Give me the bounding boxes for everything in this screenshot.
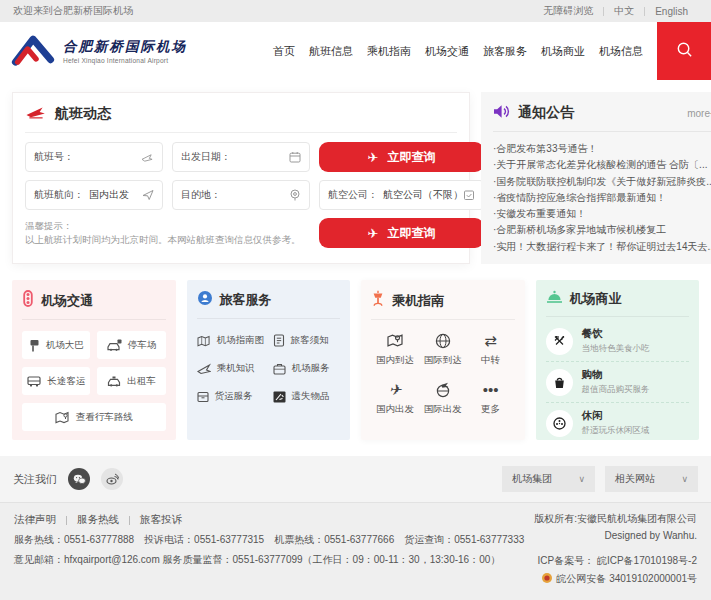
flight-direction-field[interactable]: 航班航向： 国内出发 [25,180,163,210]
domestic-departure-item[interactable]: ✈ 国内出发 [371,382,419,416]
driving-route-button[interactable]: 查看行车路线 [22,403,166,431]
shuffle-icon: ⇄ [484,333,497,349]
wechat-icon[interactable] [68,468,90,490]
shopping-item[interactable]: 购物 超值商品购买服务 [546,361,690,402]
designed-by: Designed by Wanhu. [534,530,697,541]
plane-takeoff-icon: ✈ [389,382,402,398]
legal-notice-link[interactable]: 法律声明 [14,513,56,527]
query-button-top[interactable]: ✈ 立即查询 [319,142,484,172]
airline-value: 航空公司（不限） [383,188,463,202]
weibo-icon[interactable] [101,468,123,490]
send-plane-icon [142,189,154,201]
leisure-item[interactable]: 休闲 舒适玩乐休闲区域 [546,402,690,443]
notice-item[interactable]: ·省疫情防控应急综合指挥部最新通知！ [493,190,711,206]
flight-number-field[interactable]: 航班号： [25,142,163,172]
chevron-down-icon: ∨ [681,474,688,484]
taxi-icon [107,376,121,387]
guide-map-icon [197,335,211,347]
cargo-service-item[interactable]: 货运服务 [197,390,271,403]
notice-panel: 通知公告 more+ ·合肥发布第33号通告！ ·关于开展常态化差异化核酸检测的… [481,92,711,264]
nav-item-transport[interactable]: 机场交通 [425,44,469,59]
parking-car-icon [107,339,122,351]
lost-items-item[interactable]: 遗失物品 [273,390,340,403]
nav-item-business[interactable]: 机场商业 [541,44,585,59]
briefcase-icon [273,363,286,375]
panel-title: 通知公告 [518,104,574,122]
international-departure-item[interactable]: 国际出发 [419,382,467,416]
query-button-bottom[interactable]: ✈ 立即查询 [319,218,484,248]
divider [129,516,130,525]
notice-item[interactable]: ·合肥发布第33号通告！ [493,141,711,157]
card-title: 乘机指南 [392,292,444,310]
cargo-box-icon [197,391,209,403]
parking-button[interactable]: 停车场 [97,331,165,359]
airport-service-item[interactable]: 机场服务 [273,362,340,375]
airport-group-dropdown[interactable]: 机场集团 ∨ [502,466,595,492]
icp-number: ICP备案号： 皖ICP备17010198号-2 [534,554,697,568]
shopping-bag-icon [546,369,573,396]
transfer-item[interactable]: ⇄ 中转 [467,333,515,367]
passenger-notice-item[interactable]: 旅客须知 [273,334,340,347]
card-airport-transport: 机场交通 机场大巴 停车场 长途客运 出租车 [12,280,176,440]
airline-select-field[interactable]: 航空公司： 航空公司（不限） [319,180,484,210]
notice-list: ·合肥发布第33号通告！ ·关于开展常态化差异化核酸检测的通告 合防〔... ·… [493,141,711,255]
logo-subtitle: Hefei Xinqiao International Airport [63,57,187,64]
accessibility-link[interactable]: 无障碍浏览 [533,4,603,18]
plane-icon: ✈ [368,150,379,165]
nav-item-airport-info[interactable]: 机场信息 [599,44,643,59]
nav-item-flight-info[interactable]: 航班信息 [309,44,353,59]
nav-item-home[interactable]: 首页 [273,44,295,59]
lang-en-link[interactable]: English [645,6,698,17]
notice-item[interactable]: ·关于开展常态化差异化核酸检测的通告 合防〔... [493,157,711,173]
more-dots-icon: ••• [483,382,499,398]
long-distance-bus-button[interactable]: 长途客运 [22,367,90,395]
flight-dynamics-panel: 航班动态 航班号： 出发日期： ✈ 立即查询 [12,92,470,264]
departure-date-field[interactable]: 出发日期： [172,142,310,172]
cloche-icon [546,290,563,308]
notice-item[interactable]: ·安徽发布重要通知！ [493,206,711,222]
lang-zh-link[interactable]: 中文 [604,4,644,18]
logo-title: 合肥新桥国际机场 [63,38,187,56]
card-title: 机场交通 [41,292,93,310]
taxi-button[interactable]: 出租车 [97,367,165,395]
airport-bus-button[interactable]: 机场大巴 [22,331,90,359]
bus-stop-icon [29,339,40,352]
bus-icon [27,376,41,387]
main-content: 航班动态 航班号： 出发日期： ✈ 立即查询 [0,80,711,440]
chevron-down-icon: ∨ [578,474,585,484]
nav-item-passenger-service[interactable]: 旅客服务 [483,44,527,59]
divider [25,132,457,133]
search-button[interactable] [657,22,711,80]
dining-item[interactable]: 餐饮 当地特色美食小吃 [546,321,690,361]
airport-logo[interactable]: 合肥新桥国际机场 Hefei Xinqiao International Air… [10,32,187,70]
service-hotline-link[interactable]: 服务热线 [77,513,119,527]
passenger-complaint-link[interactable]: 旅客投诉 [140,513,182,527]
airport-guide-map-item[interactable]: 机场指南图 [197,334,271,347]
more-item[interactable]: ••• 更多 [467,382,515,416]
nav-item-boarding-guide[interactable]: 乘机指南 [367,44,411,59]
route-map-icon [55,411,70,424]
copyright-text: 版权所有:安徽民航机场集团有限公司 [534,512,697,526]
destination-field[interactable]: 目的地： [172,180,310,210]
notice-item[interactable]: ·国务院联防联控机制印发《关于做好新冠肺炎疫... [493,174,711,190]
search-icon [675,40,694,63]
flight-knowledge-item[interactable]: 乘机知识 [197,362,271,375]
calendar-icon [289,151,301,163]
card-title: 旅客服务 [220,291,272,309]
lost-items-icon [273,391,286,403]
tip-text: 温馨提示： 以上航班计划时间均为北京时间。本网站航班查询信息仅供参考。 [25,218,310,248]
domestic-arrival-item[interactable]: 国内到达 [371,333,419,367]
divider [66,516,67,525]
notice-item[interactable]: ·实用！大数据行程卡来了！帮你证明过去14天去... [493,239,711,255]
plane-icon [197,363,211,375]
card-passenger-service: 旅客服务 机场指南图 旅客须知 乘机知识 机场服务 [187,280,351,440]
airline-select-icon [463,189,475,201]
international-arrival-item[interactable]: 国际到达 [419,333,467,367]
topbar-links: 无障碍浏览 中文 English [533,4,698,18]
social-strip: 关注我们 机场集团 ∨ 相关网站 ∨ [0,456,711,502]
more-link[interactable]: more+ [687,108,711,119]
notice-item[interactable]: ·合肥新桥机场多家异地城市候机楼复工 [493,222,711,238]
map-pin-icon [387,333,403,349]
related-sites-dropdown[interactable]: 相关网站 ∨ [605,466,698,492]
plane-globe-icon [435,382,451,398]
